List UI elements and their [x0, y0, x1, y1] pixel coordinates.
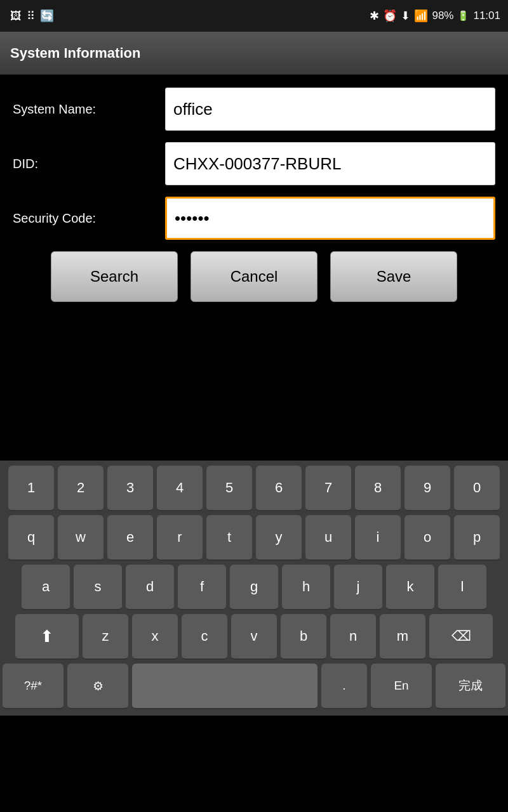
security-code-label: Security Code:: [13, 211, 165, 226]
keyboard-row-asdf: a s d f g h j k l: [3, 565, 505, 610]
keyboard-row-special: ?#* ⚙ . En 完成: [3, 664, 505, 709]
key-q[interactable]: q: [8, 515, 54, 561]
spacer: [0, 315, 508, 461]
key-e[interactable]: e: [107, 515, 153, 561]
cancel-button[interactable]: Cancel: [190, 251, 318, 302]
key-6[interactable]: 6: [256, 466, 302, 511]
download-icon: ⬇: [401, 9, 410, 23]
keyboard: 1 2 3 4 5 6 7 8 9 0 q w e r t y u i o p …: [0, 461, 508, 716]
status-right: ✱ ⏰ ⬇ 📶 98% 🔋 11:01: [370, 9, 500, 23]
key-x[interactable]: x: [132, 614, 178, 660]
image-icon: 🖼: [10, 10, 22, 23]
search-button[interactable]: Search: [51, 251, 178, 302]
title-bar: System Information: [0, 32, 508, 75]
did-row: DID:: [13, 142, 495, 185]
key-k[interactable]: k: [386, 565, 434, 610]
key-m[interactable]: m: [380, 614, 425, 660]
key-r[interactable]: r: [157, 515, 203, 561]
key-v[interactable]: v: [231, 614, 277, 660]
key-n[interactable]: n: [330, 614, 376, 660]
shift-key[interactable]: ⬆: [15, 614, 79, 660]
keyboard-row-qwerty: q w e r t y u i o p: [3, 515, 505, 561]
key-y[interactable]: y: [256, 515, 302, 561]
settings-key[interactable]: ⚙: [67, 664, 128, 709]
keyboard-row-numbers: 1 2 3 4 5 6 7 8 9 0: [3, 466, 505, 511]
status-bar: 🖼 ⠿ 🔄 ✱ ⏰ ⬇ 📶 98% 🔋 11:01: [0, 0, 508, 32]
key-b[interactable]: b: [281, 614, 326, 660]
key-4[interactable]: 4: [157, 466, 203, 511]
key-9[interactable]: 9: [404, 466, 450, 511]
battery-percent: 98%: [432, 10, 453, 22]
grid-icon: ⠿: [27, 9, 35, 23]
key-w[interactable]: w: [58, 515, 104, 561]
page-title: System Information: [10, 45, 140, 62]
clock: 11:01: [473, 10, 500, 22]
system-name-label: System Name:: [13, 102, 165, 117]
key-t[interactable]: t: [206, 515, 252, 561]
key-f[interactable]: f: [178, 565, 226, 610]
key-g[interactable]: g: [230, 565, 278, 610]
done-key[interactable]: 完成: [436, 664, 505, 709]
language-key[interactable]: En: [371, 664, 432, 709]
save-button[interactable]: Save: [330, 251, 457, 302]
key-1[interactable]: 1: [8, 466, 54, 511]
system-name-input[interactable]: [165, 88, 495, 131]
period-key[interactable]: .: [321, 664, 367, 709]
key-i[interactable]: i: [355, 515, 401, 561]
key-5[interactable]: 5: [206, 466, 252, 511]
key-0[interactable]: 0: [454, 466, 500, 511]
key-j[interactable]: j: [334, 565, 382, 610]
key-s[interactable]: s: [74, 565, 122, 610]
symbols-key[interactable]: ?#*: [3, 664, 64, 709]
keyboard-row-zxcv: ⬆ z x c v b n m ⌫: [3, 614, 505, 660]
action-buttons: Search Cancel Save: [13, 251, 495, 302]
key-8[interactable]: 8: [355, 466, 401, 511]
system-name-row: System Name:: [13, 88, 495, 131]
battery-icon: 🔋: [457, 10, 469, 22]
key-u[interactable]: u: [305, 515, 351, 561]
key-d[interactable]: d: [126, 565, 174, 610]
main-content: System Name: DID: Security Code: Search …: [0, 75, 508, 302]
key-2[interactable]: 2: [58, 466, 104, 511]
security-code-row: Security Code:: [13, 197, 495, 240]
key-c[interactable]: c: [182, 614, 227, 660]
key-z[interactable]: z: [83, 614, 128, 660]
sync-icon: 🔄: [40, 9, 54, 23]
key-o[interactable]: o: [404, 515, 450, 561]
space-key[interactable]: [132, 664, 318, 709]
backspace-key[interactable]: ⌫: [429, 614, 493, 660]
bluetooth-icon: ✱: [370, 9, 379, 23]
key-h[interactable]: h: [282, 565, 330, 610]
key-7[interactable]: 7: [305, 466, 351, 511]
key-a[interactable]: a: [22, 565, 70, 610]
did-label: DID:: [13, 157, 165, 171]
alarm-icon: ⏰: [383, 9, 397, 23]
key-l[interactable]: l: [438, 565, 486, 610]
did-input[interactable]: [165, 142, 495, 185]
status-icons-left: 🖼 ⠿ 🔄: [10, 9, 54, 23]
key-3[interactable]: 3: [107, 466, 153, 511]
gear-icon: ⚙: [93, 679, 104, 693]
key-p[interactable]: p: [454, 515, 500, 561]
signal-icon: 📶: [414, 9, 428, 23]
security-code-input[interactable]: [165, 197, 495, 240]
